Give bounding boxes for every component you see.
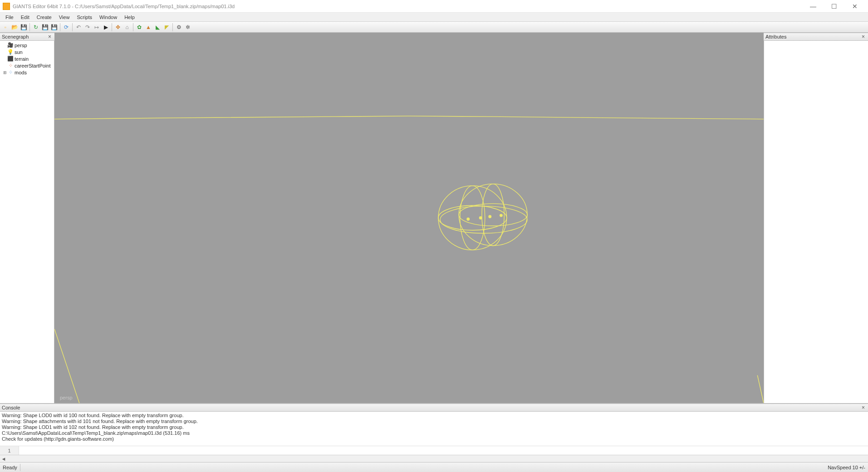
tree-item-careerStartPoint[interactable]: ⁘careerStartPoint: [0, 62, 54, 69]
cycle-icon[interactable]: ⟳: [62, 23, 70, 31]
menu-create[interactable]: Create: [33, 14, 55, 21]
step-icon[interactable]: ↦: [93, 23, 101, 31]
console-line: Warning: Shape attachments with id 101 n…: [2, 418, 866, 424]
svg-line-11: [54, 329, 79, 403]
tree-item-label: careerStartPoint: [15, 63, 50, 68]
menu-view[interactable]: View: [55, 14, 74, 21]
gear-a-icon[interactable]: ⚙: [175, 23, 183, 31]
console-input-row: 1: [0, 446, 868, 455]
title-bar: GIANTS Editor 64bit 7.1.0 - C:/Users/Sam…: [0, 0, 868, 13]
tree-node-icon: ⁘: [7, 63, 14, 68]
viewport-3d[interactable]: persp: [54, 33, 764, 403]
play-icon[interactable]: ▶: [102, 23, 110, 31]
minimize-button[interactable]: —: [803, 0, 824, 13]
tree-node-icon: 💡: [7, 49, 14, 55]
menu-file[interactable]: File: [2, 14, 17, 21]
svg-point-0: [438, 186, 507, 250]
scenegraph-panel: Scenegraph × 🎥persp💡sun⬛terrain⁘careerSt…: [0, 33, 54, 403]
menu-window[interactable]: Window: [96, 14, 121, 21]
console-close-icon[interactable]: ×: [860, 404, 866, 411]
foliage-icon[interactable]: ✿: [135, 23, 143, 31]
gear-b-icon[interactable]: ✲: [184, 23, 192, 31]
tree-node-icon: 🎥: [7, 42, 14, 48]
tree-node-icon: ⬛: [7, 56, 14, 62]
move-tool-icon[interactable]: ✥: [114, 23, 122, 31]
undo-icon[interactable]: ↶: [74, 23, 83, 31]
tree-item-label: terrain: [15, 56, 29, 62]
open-file-icon[interactable]: 📂: [10, 23, 19, 31]
maximize-button[interactable]: ☐: [824, 0, 844, 13]
scene-tree: 🎥persp💡sun⬛terrain⁘careerStartPoint⊞⁘mod…: [0, 41, 54, 77]
svg-point-10: [500, 214, 502, 216]
redo-icon[interactable]: ↷: [83, 23, 92, 31]
close-button[interactable]: ✕: [844, 0, 865, 13]
attributes-panel: Attributes ×: [764, 33, 868, 403]
tree-item-mods[interactable]: ⊞⁘mods: [0, 69, 54, 76]
tree-item-sun[interactable]: 💡sun: [0, 49, 54, 55]
menu-edit[interactable]: Edit: [17, 14, 33, 21]
scroll-left-icon[interactable]: ◄: [0, 456, 7, 462]
svg-point-8: [479, 217, 481, 219]
console-header[interactable]: Console ×: [0, 404, 868, 412]
save-file-icon[interactable]: 💾: [20, 23, 28, 31]
svg-point-6: [440, 206, 527, 234]
svg-line-12: [757, 375, 764, 403]
menu-scripts[interactable]: Scripts: [73, 14, 96, 21]
app-icon: [3, 3, 10, 10]
console-line: Warning: Shape LOD1 with id 102 not foun…: [2, 424, 866, 430]
svg-point-3: [459, 184, 527, 246]
console-line: Check for updates (http://gdn.giants-sof…: [2, 436, 866, 442]
center-column: persp: [54, 33, 764, 403]
tree-item-persp[interactable]: 🎥persp: [0, 42, 54, 49]
home-icon[interactable]: ⌂: [123, 23, 131, 31]
console-input[interactable]: [19, 446, 868, 455]
tree-node-icon: ⁘: [7, 69, 14, 75]
tree-item-label: persp: [15, 43, 27, 48]
menu-help[interactable]: Help: [121, 14, 138, 21]
window-title: GIANTS Editor 64bit 7.1.0 - C:/Users/Sam…: [13, 4, 803, 9]
tree-item-terrain[interactable]: ⬛terrain: [0, 55, 54, 62]
scenegraph-header[interactable]: Scenegraph ×: [0, 33, 54, 41]
attributes-close-icon[interactable]: ×: [860, 34, 866, 40]
tree-expander-icon[interactable]: ⊞: [3, 70, 7, 75]
status-bar: Ready NavSpeed 10 +/-: [0, 462, 868, 472]
console-line: C:\Users\Samst\AppData\Local\Temp\Temp1_…: [2, 430, 866, 436]
menu-bar: FileEditCreateViewScriptsWindowHelp: [0, 13, 868, 22]
svg-point-9: [489, 215, 491, 218]
console-title: Console: [2, 405, 20, 410]
scenegraph-body[interactable]: 🎥persp💡sun⬛terrain⁘careerStartPoint⊞⁘mod…: [0, 41, 54, 403]
tree-item-label: sun: [15, 49, 23, 55]
attributes-body[interactable]: [764, 41, 868, 403]
console-panel: Console × Warning: Shape LOD0 with id 10…: [0, 403, 868, 462]
console-hscroll[interactable]: ◄: [0, 455, 868, 462]
console-line-number: 1: [0, 446, 19, 455]
svg-point-1: [438, 205, 507, 230]
tree-item-label: mods: [15, 70, 27, 75]
brush-c-icon[interactable]: ◤: [162, 23, 171, 31]
new-file-icon[interactable]: ▫: [1, 23, 10, 31]
svg-point-7: [467, 218, 469, 220]
status-left: Ready: [3, 465, 17, 470]
attributes-title: Attributes: [765, 34, 786, 39]
attributes-header[interactable]: Attributes ×: [764, 33, 868, 41]
save-alt-icon[interactable]: 💾: [41, 23, 49, 31]
brush-b-icon[interactable]: ◣: [153, 23, 162, 31]
brush-a-icon[interactable]: ▲: [144, 23, 152, 31]
main-area: Scenegraph × 🎥persp💡sun⬛terrain⁘careerSt…: [0, 33, 868, 403]
toolbar: ▫📂💾↻💾💾⟳↶↷↦▶✥⌂✿▲◣◤⚙✲: [0, 22, 868, 33]
scenegraph-close-icon[interactable]: ×: [47, 34, 53, 40]
console-output[interactable]: Warning: Shape LOD0 with id 100 not foun…: [0, 412, 868, 446]
scenegraph-title: Scenegraph: [2, 34, 29, 39]
save-all-icon[interactable]: 💾: [50, 23, 58, 31]
viewport-overlay: [54, 33, 764, 403]
console-line: Warning: Shape LOD0 with id 100 not foun…: [2, 413, 866, 418]
viewport-camera-label: persp: [60, 395, 73, 400]
reload-icon[interactable]: ↻: [32, 23, 40, 31]
status-right: NavSpeed 10 +/-: [828, 465, 865, 470]
